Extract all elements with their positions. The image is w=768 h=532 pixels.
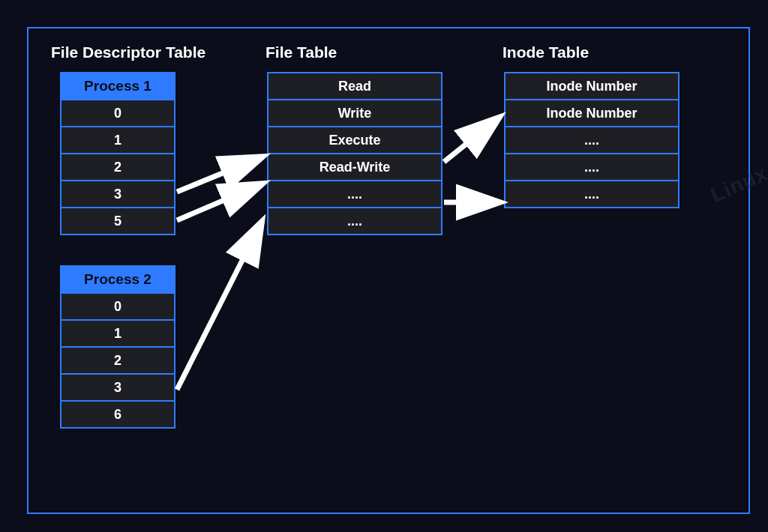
table-row: 0	[62, 100, 174, 127]
table-row: ....	[506, 154, 678, 181]
fd-table-title: File Descriptor Table	[51, 43, 206, 61]
table-row: ....	[268, 181, 441, 208]
table-row: 3	[62, 375, 174, 402]
file-table: Read Write Execute Read-Write .... ....	[267, 72, 442, 235]
file-table-title: File Table	[266, 43, 337, 61]
table-row: ....	[506, 127, 678, 154]
process1-header: Process 1	[62, 73, 174, 100]
table-row: 0	[62, 294, 174, 321]
table-row: 6	[62, 402, 174, 427]
process2-table: Process 2 0 1 2 3 6	[60, 265, 176, 429]
table-row: Read-Write	[268, 154, 441, 181]
table-row: Write	[268, 100, 441, 127]
table-row: 1	[62, 127, 174, 154]
table-row: 1	[62, 321, 174, 348]
table-row: Inode Number	[506, 100, 678, 127]
process2-header: Process 2	[62, 267, 174, 294]
inode-table: Inode Number Inode Number .... .... ....	[504, 72, 680, 208]
table-row: 2	[62, 154, 174, 181]
table-row: Execute	[268, 127, 441, 154]
table-row: 3	[62, 181, 174, 208]
table-row: ....	[506, 181, 678, 207]
table-row: Read	[268, 73, 441, 100]
table-row: ....	[268, 208, 441, 234]
inode-table-title: Inode Table	[502, 43, 589, 61]
process1-table: Process 1 0 1 2 3 5	[60, 72, 176, 235]
table-row: 2	[62, 348, 174, 375]
table-row: 5	[62, 208, 174, 234]
table-row: Inode Number	[506, 73, 678, 100]
